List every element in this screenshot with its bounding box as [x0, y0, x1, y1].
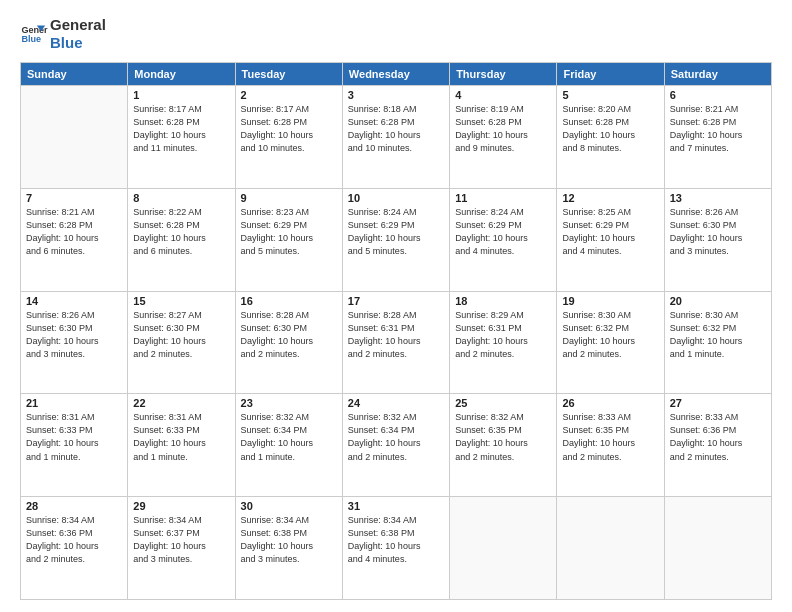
calendar-cell: 23Sunrise: 8:32 AMSunset: 6:34 PMDayligh… [235, 394, 342, 497]
day-number: 1 [133, 89, 229, 101]
calendar-cell: 31Sunrise: 8:34 AMSunset: 6:38 PMDayligh… [342, 497, 449, 600]
day-number: 13 [670, 192, 766, 204]
day-info: Sunrise: 8:34 AMSunset: 6:38 PMDaylight:… [241, 514, 337, 566]
day-number: 10 [348, 192, 444, 204]
calendar-cell: 19Sunrise: 8:30 AMSunset: 6:32 PMDayligh… [557, 291, 664, 394]
logo-text: General Blue [50, 16, 106, 52]
day-info: Sunrise: 8:32 AMSunset: 6:34 PMDaylight:… [241, 411, 337, 463]
calendar-cell: 16Sunrise: 8:28 AMSunset: 6:30 PMDayligh… [235, 291, 342, 394]
day-info: Sunrise: 8:30 AMSunset: 6:32 PMDaylight:… [670, 309, 766, 361]
day-number: 17 [348, 295, 444, 307]
day-info: Sunrise: 8:19 AMSunset: 6:28 PMDaylight:… [455, 103, 551, 155]
day-info: Sunrise: 8:29 AMSunset: 6:31 PMDaylight:… [455, 309, 551, 361]
day-info: Sunrise: 8:24 AMSunset: 6:29 PMDaylight:… [455, 206, 551, 258]
calendar-cell: 29Sunrise: 8:34 AMSunset: 6:37 PMDayligh… [128, 497, 235, 600]
day-number: 9 [241, 192, 337, 204]
calendar-cell: 10Sunrise: 8:24 AMSunset: 6:29 PMDayligh… [342, 188, 449, 291]
calendar-cell: 13Sunrise: 8:26 AMSunset: 6:30 PMDayligh… [664, 188, 771, 291]
calendar-cell: 14Sunrise: 8:26 AMSunset: 6:30 PMDayligh… [21, 291, 128, 394]
day-info: Sunrise: 8:21 AMSunset: 6:28 PMDaylight:… [670, 103, 766, 155]
calendar-cell: 20Sunrise: 8:30 AMSunset: 6:32 PMDayligh… [664, 291, 771, 394]
calendar-cell: 12Sunrise: 8:25 AMSunset: 6:29 PMDayligh… [557, 188, 664, 291]
day-info: Sunrise: 8:32 AMSunset: 6:35 PMDaylight:… [455, 411, 551, 463]
calendar-table: SundayMondayTuesdayWednesdayThursdayFrid… [20, 62, 772, 600]
calendar-cell: 11Sunrise: 8:24 AMSunset: 6:29 PMDayligh… [450, 188, 557, 291]
weekday-header-row: SundayMondayTuesdayWednesdayThursdayFrid… [21, 63, 772, 86]
calendar-cell: 24Sunrise: 8:32 AMSunset: 6:34 PMDayligh… [342, 394, 449, 497]
calendar-cell [557, 497, 664, 600]
calendar-cell [664, 497, 771, 600]
day-info: Sunrise: 8:34 AMSunset: 6:37 PMDaylight:… [133, 514, 229, 566]
calendar-week-4: 21Sunrise: 8:31 AMSunset: 6:33 PMDayligh… [21, 394, 772, 497]
weekday-header-monday: Monday [128, 63, 235, 86]
calendar-cell: 22Sunrise: 8:31 AMSunset: 6:33 PMDayligh… [128, 394, 235, 497]
day-number: 12 [562, 192, 658, 204]
weekday-header-friday: Friday [557, 63, 664, 86]
header: General Blue General Blue [20, 16, 772, 52]
day-number: 23 [241, 397, 337, 409]
day-info: Sunrise: 8:28 AMSunset: 6:30 PMDaylight:… [241, 309, 337, 361]
calendar-week-3: 14Sunrise: 8:26 AMSunset: 6:30 PMDayligh… [21, 291, 772, 394]
day-info: Sunrise: 8:31 AMSunset: 6:33 PMDaylight:… [133, 411, 229, 463]
day-number: 22 [133, 397, 229, 409]
day-info: Sunrise: 8:18 AMSunset: 6:28 PMDaylight:… [348, 103, 444, 155]
day-info: Sunrise: 8:33 AMSunset: 6:35 PMDaylight:… [562, 411, 658, 463]
calendar-cell: 30Sunrise: 8:34 AMSunset: 6:38 PMDayligh… [235, 497, 342, 600]
calendar-cell: 8Sunrise: 8:22 AMSunset: 6:28 PMDaylight… [128, 188, 235, 291]
day-number: 8 [133, 192, 229, 204]
day-number: 20 [670, 295, 766, 307]
calendar-cell [450, 497, 557, 600]
day-number: 30 [241, 500, 337, 512]
day-number: 19 [562, 295, 658, 307]
day-info: Sunrise: 8:28 AMSunset: 6:31 PMDaylight:… [348, 309, 444, 361]
day-number: 5 [562, 89, 658, 101]
calendar-cell: 21Sunrise: 8:31 AMSunset: 6:33 PMDayligh… [21, 394, 128, 497]
day-info: Sunrise: 8:31 AMSunset: 6:33 PMDaylight:… [26, 411, 122, 463]
weekday-header-tuesday: Tuesday [235, 63, 342, 86]
day-number: 27 [670, 397, 766, 409]
day-info: Sunrise: 8:24 AMSunset: 6:29 PMDaylight:… [348, 206, 444, 258]
day-number: 29 [133, 500, 229, 512]
day-number: 24 [348, 397, 444, 409]
calendar-week-1: 1Sunrise: 8:17 AMSunset: 6:28 PMDaylight… [21, 86, 772, 189]
day-number: 21 [26, 397, 122, 409]
calendar-cell: 15Sunrise: 8:27 AMSunset: 6:30 PMDayligh… [128, 291, 235, 394]
day-number: 15 [133, 295, 229, 307]
day-info: Sunrise: 8:27 AMSunset: 6:30 PMDaylight:… [133, 309, 229, 361]
calendar-cell: 3Sunrise: 8:18 AMSunset: 6:28 PMDaylight… [342, 86, 449, 189]
day-number: 2 [241, 89, 337, 101]
calendar-cell: 5Sunrise: 8:20 AMSunset: 6:28 PMDaylight… [557, 86, 664, 189]
day-info: Sunrise: 8:20 AMSunset: 6:28 PMDaylight:… [562, 103, 658, 155]
day-info: Sunrise: 8:22 AMSunset: 6:28 PMDaylight:… [133, 206, 229, 258]
day-info: Sunrise: 8:32 AMSunset: 6:34 PMDaylight:… [348, 411, 444, 463]
calendar-cell: 25Sunrise: 8:32 AMSunset: 6:35 PMDayligh… [450, 394, 557, 497]
calendar-cell: 26Sunrise: 8:33 AMSunset: 6:35 PMDayligh… [557, 394, 664, 497]
weekday-header-wednesday: Wednesday [342, 63, 449, 86]
logo: General Blue General Blue [20, 16, 106, 52]
weekday-header-saturday: Saturday [664, 63, 771, 86]
day-number: 18 [455, 295, 551, 307]
calendar-cell: 27Sunrise: 8:33 AMSunset: 6:36 PMDayligh… [664, 394, 771, 497]
day-info: Sunrise: 8:34 AMSunset: 6:38 PMDaylight:… [348, 514, 444, 566]
calendar-cell: 9Sunrise: 8:23 AMSunset: 6:29 PMDaylight… [235, 188, 342, 291]
calendar-week-2: 7Sunrise: 8:21 AMSunset: 6:28 PMDaylight… [21, 188, 772, 291]
calendar-cell: 1Sunrise: 8:17 AMSunset: 6:28 PMDaylight… [128, 86, 235, 189]
day-number: 7 [26, 192, 122, 204]
svg-text:Blue: Blue [21, 34, 41, 44]
calendar-cell [21, 86, 128, 189]
weekday-header-thursday: Thursday [450, 63, 557, 86]
day-info: Sunrise: 8:25 AMSunset: 6:29 PMDaylight:… [562, 206, 658, 258]
day-number: 4 [455, 89, 551, 101]
day-info: Sunrise: 8:17 AMSunset: 6:28 PMDaylight:… [133, 103, 229, 155]
day-number: 6 [670, 89, 766, 101]
day-number: 3 [348, 89, 444, 101]
calendar-cell: 18Sunrise: 8:29 AMSunset: 6:31 PMDayligh… [450, 291, 557, 394]
calendar-cell: 7Sunrise: 8:21 AMSunset: 6:28 PMDaylight… [21, 188, 128, 291]
day-info: Sunrise: 8:34 AMSunset: 6:36 PMDaylight:… [26, 514, 122, 566]
logo-icon: General Blue [20, 20, 48, 48]
day-info: Sunrise: 8:33 AMSunset: 6:36 PMDaylight:… [670, 411, 766, 463]
day-info: Sunrise: 8:30 AMSunset: 6:32 PMDaylight:… [562, 309, 658, 361]
day-number: 28 [26, 500, 122, 512]
calendar-week-5: 28Sunrise: 8:34 AMSunset: 6:36 PMDayligh… [21, 497, 772, 600]
day-info: Sunrise: 8:26 AMSunset: 6:30 PMDaylight:… [26, 309, 122, 361]
